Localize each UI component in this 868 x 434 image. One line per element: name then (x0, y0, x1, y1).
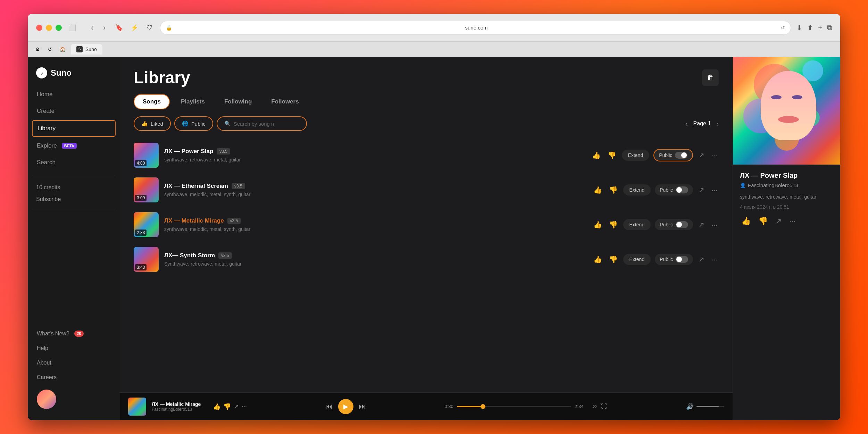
tabs-icon[interactable]: ⧉ (827, 24, 832, 32)
download-icon[interactable]: ⬇ (796, 24, 802, 32)
player-next-button[interactable]: ⏭ (359, 402, 366, 410)
like-button-3[interactable]: 👍 (592, 219, 603, 230)
close-button[interactable] (36, 25, 42, 31)
sidebar-item-help[interactable]: Help (32, 342, 116, 355)
extend-button-4[interactable]: Extend (623, 254, 651, 265)
share-button-1[interactable]: ↗ (697, 150, 706, 161)
like-button-2[interactable]: 👍 (592, 184, 603, 195)
more-button-4[interactable]: ··· (710, 254, 719, 265)
search-label: Search (37, 159, 56, 166)
shield-icon[interactable]: 🛡 (145, 23, 155, 33)
panel-info: ЛХ — Power Slap 👤 FascinatingBolero513 s… (733, 165, 840, 420)
panel-share-button[interactable]: ↗ (774, 215, 783, 227)
volume-icon[interactable]: 🔊 (686, 403, 694, 410)
browser-titlebar: ⬜ ‹ › 🔖 ⚡ 🛡 🔒 suno.com ↺ ⬇ ⬆ + ⧉ (28, 14, 840, 42)
search-filter-input[interactable]: 🔍 Search by song n (217, 116, 307, 131)
more-button-3[interactable]: ··· (710, 219, 719, 230)
sidebar-item-explore[interactable]: Explore BETA (32, 138, 116, 153)
sidebar-item-create[interactable]: Create (32, 103, 116, 119)
active-tab[interactable]: S Suno (71, 44, 102, 55)
maximize-button[interactable] (56, 25, 62, 31)
song-row-2[interactable]: 3:09 ЛХ — Ethernal Scream v3.5 synthwave… (127, 173, 726, 207)
sidebar-item-search[interactable]: Search (32, 155, 116, 170)
share-icon[interactable]: ⬆ (807, 24, 813, 32)
delete-button[interactable]: 🗑 (702, 69, 719, 86)
sidebar-item-careers[interactable]: Careers (32, 371, 116, 384)
tab-followers[interactable]: Followers (263, 95, 307, 109)
liked-filter-button[interactable]: 👍 Liked (134, 116, 171, 131)
gear-icon[interactable]: ⚙ (33, 45, 42, 53)
dislike-button-2[interactable]: 👎 (608, 184, 619, 195)
dislike-button-1[interactable]: 👎 (606, 150, 618, 161)
forward-button[interactable]: › (100, 22, 108, 34)
player-dislike-button[interactable]: 👎 (223, 403, 231, 410)
sidebar-subscribe[interactable]: Subscribe (28, 193, 120, 205)
toggle-switch-4[interactable] (676, 256, 688, 263)
user-avatar[interactable] (37, 390, 56, 409)
like-button-1[interactable]: 👍 (591, 150, 602, 161)
panel-dislike-button[interactable]: 👎 (757, 215, 769, 227)
extend-button-3[interactable]: Extend (623, 219, 651, 230)
trash-icon: 🗑 (707, 74, 714, 82)
toggle-switch-3[interactable] (676, 221, 688, 228)
toggle-switch-1[interactable] (675, 152, 687, 159)
volume-bar[interactable] (696, 406, 724, 407)
panel-more-button[interactable]: ··· (788, 215, 797, 227)
sidebar-item-library[interactable]: Library (32, 120, 116, 137)
extend-button-2[interactable]: Extend (623, 184, 651, 195)
next-page-button[interactable]: › (716, 120, 719, 128)
prev-page-button[interactable]: ‹ (685, 120, 688, 128)
sidebar-item-whats-new[interactable]: What's New? 20 (32, 327, 116, 340)
sidebar-toggle-icon[interactable]: ⬜ (67, 23, 77, 33)
share-button-2[interactable]: ↗ (697, 184, 706, 195)
sidebar-credits[interactable]: 10 credits (28, 182, 120, 193)
share-button-3[interactable]: ↗ (697, 219, 706, 230)
song-row-4[interactable]: 3:48 ЛХ— Synth Storm v3.5 Synthwave, ret… (127, 242, 726, 277)
tab-following[interactable]: Following (216, 95, 260, 109)
player-more-button[interactable]: ··· (242, 403, 247, 410)
song-row-3[interactable]: 2:33 ЛХ — Metallic Mirage v3.5 synthwave… (127, 207, 726, 242)
home-nav-icon[interactable]: 🏠 (58, 45, 67, 53)
progress-bar[interactable] (457, 406, 571, 407)
song-info-1: ЛХ — Power Slap v3.5 synthwave, retrowav… (164, 148, 585, 162)
more-button-1[interactable]: ··· (710, 150, 719, 161)
player-like-button[interactable]: 👍 (213, 403, 220, 410)
song-title-row-4: ЛХ— Synth Storm v3.5 (164, 252, 586, 259)
public-toggle-1[interactable]: Public (653, 149, 693, 161)
sidebar-item-home[interactable]: Home (32, 87, 116, 102)
tab-songs[interactable]: Songs (134, 94, 170, 109)
like-button-4[interactable]: 👍 (592, 254, 603, 265)
dislike-button-3[interactable]: 👎 (608, 219, 619, 230)
url-bar[interactable]: 🔒 suno.com ↺ (160, 21, 791, 35)
sidebar-item-about[interactable]: About (32, 356, 116, 369)
public-filter-button[interactable]: 🌐 Public (174, 116, 213, 131)
player-prev-button[interactable]: ⏮ (326, 402, 333, 410)
reload-icon[interactable]: ↺ (781, 25, 785, 31)
player-play-button[interactable]: ▶ (338, 399, 353, 414)
song-row-1[interactable]: 4:00 ЛХ — Power Slap v3.5 synthwave, ret… (127, 138, 726, 173)
browser-tab-bar: ⚙ ↺ 🏠 S Suno (28, 42, 840, 57)
new-tab-icon[interactable]: + (818, 24, 822, 32)
public-toggle-3[interactable]: Public (655, 219, 693, 230)
share-button-4[interactable]: ↗ (697, 254, 706, 265)
song-title-row-1: ЛХ — Power Slap v3.5 (164, 148, 585, 155)
extensions-icon[interactable]: ⚡ (130, 23, 139, 33)
bookmark-icon[interactable]: 🔖 (114, 23, 124, 33)
more-button-2[interactable]: ··· (710, 185, 719, 195)
fullscreen-button[interactable]: ⛶ (601, 403, 607, 410)
explore-label: Explore (37, 142, 57, 149)
minimize-button[interactable] (46, 25, 52, 31)
extend-button-1[interactable]: Extend (622, 150, 650, 161)
public-toggle-2[interactable]: Public (655, 184, 693, 195)
loop-button[interactable]: ∞ (592, 403, 597, 410)
pagination: ‹ Page 1 › (685, 120, 719, 128)
refresh-icon[interactable]: ↺ (46, 45, 54, 53)
back-button[interactable]: ‹ (88, 22, 96, 34)
player-share-button[interactable]: ↗ (234, 403, 239, 410)
toggle-switch-2[interactable] (676, 186, 688, 193)
dislike-button-4[interactable]: 👎 (608, 254, 619, 265)
public-toggle-4[interactable]: Public (655, 254, 693, 265)
songs-list: 4:00 ЛХ — Power Slap v3.5 synthwave, ret… (120, 138, 733, 392)
panel-like-button[interactable]: 👍 (740, 215, 752, 227)
tab-playlists[interactable]: Playlists (173, 95, 213, 109)
